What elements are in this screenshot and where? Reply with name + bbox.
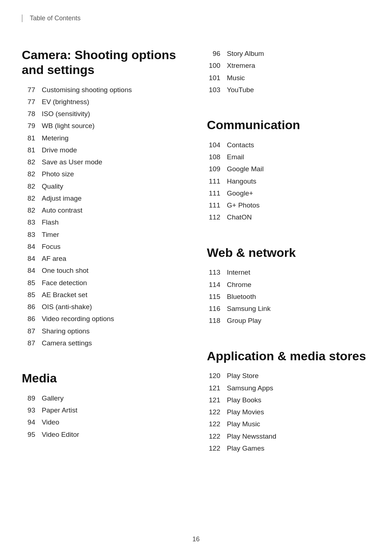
toc-text: WB (light source)	[42, 120, 95, 132]
toc-num: 108	[207, 151, 227, 163]
toc-num: 93	[22, 404, 42, 416]
toc-num: 115	[207, 291, 227, 303]
toc-text: Timer	[42, 229, 59, 241]
toc-text: AF area	[42, 253, 66, 264]
toc-text: Photo size	[42, 168, 74, 180]
toc-text: ChatON	[227, 211, 252, 223]
toc-item: 83Timer	[22, 229, 185, 241]
toc-item: 82Quality	[22, 180, 185, 192]
toc-item: 116Samsung Link	[207, 303, 370, 315]
toc-text: Music	[227, 72, 245, 84]
toc-text: EV (brightness)	[42, 96, 89, 108]
toc-item: 77Customising shooting options	[22, 84, 185, 96]
toc-text: Internet	[227, 266, 250, 278]
toc-num: 111	[207, 199, 227, 211]
toc-text: Play Movies	[227, 406, 264, 418]
toc-item: 82Save as User mode	[22, 156, 185, 168]
section-camera-shooting: Camera: Shooting options and settings 77…	[22, 37, 185, 360]
toc-text: ISO (sensitivity)	[42, 108, 90, 120]
section-title-camera-shooting: Camera: Shooting options and settings	[22, 48, 185, 77]
toc-num: 114	[207, 279, 227, 291]
toc-item: 101Music	[207, 72, 370, 84]
toc-text: Play Store	[227, 370, 259, 382]
toc-item: 115Bluetooth	[207, 291, 370, 303]
toc-item: 78ISO (sensitivity)	[22, 108, 185, 120]
toc-text: Gallery	[42, 392, 64, 404]
toc-num: 112	[207, 211, 227, 223]
toc-text: G+ Photos	[227, 199, 260, 211]
toc-text: Google Mail	[227, 163, 264, 175]
toc-list-communication: 104Contacts108Email109Google Mail111Hang…	[207, 139, 370, 223]
toc-text: Video Editor	[42, 428, 79, 440]
toc-num: 121	[207, 394, 227, 406]
toc-num: 84	[22, 253, 42, 264]
toc-text: AE Bracket set	[42, 289, 87, 301]
top-label-text: Table of Contents	[30, 15, 81, 22]
section-web-network: Web & network 113Internet114Chrome115Blu…	[207, 234, 370, 338]
toc-item: 79WB (light source)	[22, 120, 185, 132]
toc-text: Sharing options	[42, 325, 90, 337]
toc-text: Xtremera	[227, 59, 255, 71]
toc-item: 100Xtremera	[207, 59, 370, 71]
toc-num: 81	[22, 144, 42, 156]
section-media: Media 89Gallery93Paper Artist94Video95Vi…	[22, 360, 185, 451]
toc-item: 95Video Editor	[22, 428, 185, 440]
toc-text: OIS (anti-shake)	[42, 301, 92, 313]
toc-num: 111	[207, 187, 227, 199]
toc-text: Google+	[227, 187, 253, 199]
toc-num: 89	[22, 392, 42, 404]
toc-item: 82Auto contrast	[22, 204, 185, 216]
toc-num: 86	[22, 301, 42, 313]
toc-text: Save as User mode	[42, 156, 102, 168]
toc-text: Chrome	[227, 279, 252, 291]
toc-text: Video recording options	[42, 313, 114, 325]
toc-item: 112ChatON	[207, 211, 370, 223]
toc-list-media: 89Gallery93Paper Artist94Video95Video Ed…	[22, 392, 185, 440]
toc-num: 122	[207, 430, 227, 442]
toc-num: 77	[22, 84, 42, 96]
top-label: Table of Contents	[22, 15, 370, 22]
toc-num: 85	[22, 289, 42, 301]
left-column: Camera: Shooting options and settings 77…	[22, 37, 185, 465]
toc-text: Adjust image	[42, 192, 82, 204]
toc-text: Metering	[42, 132, 69, 144]
toc-num: 86	[22, 313, 42, 325]
toc-text: Play Books	[227, 394, 261, 406]
toc-text: Story Album	[227, 48, 264, 59]
toc-num: 94	[22, 416, 42, 428]
toc-item: 86Video recording options	[22, 313, 185, 325]
toc-item: 121Samsung Apps	[207, 382, 370, 394]
toc-text: Samsung Link	[227, 303, 270, 315]
toc-text: Flash	[42, 216, 58, 228]
toc-text: Customising shooting options	[42, 84, 132, 96]
toc-text: Play Games	[227, 442, 264, 454]
toc-num: 118	[207, 315, 227, 327]
toc-num: 81	[22, 132, 42, 144]
toc-num: 101	[207, 72, 227, 84]
toc-num: 122	[207, 406, 227, 418]
toc-item: 111G+ Photos	[207, 199, 370, 211]
toc-num: 78	[22, 108, 42, 120]
toc-text: YouTube	[227, 84, 254, 96]
toc-item: 93Paper Artist	[22, 404, 185, 416]
toc-num: 84	[22, 241, 42, 253]
toc-item: 82Adjust image	[22, 192, 185, 204]
toc-num: 113	[207, 266, 227, 278]
toc-num: 104	[207, 139, 227, 151]
toc-text: Bluetooth	[227, 291, 256, 303]
toc-num: 87	[22, 337, 42, 349]
toc-text: Focus	[42, 241, 61, 253]
toc-item: 87Sharing options	[22, 325, 185, 337]
section-title-app-media-stores: Application & media stores	[207, 349, 370, 364]
right-column: 96Story Album100Xtremera101Music103YouTu…	[207, 37, 370, 465]
toc-item: 111Google+	[207, 187, 370, 199]
toc-item: 122Play Newsstand	[207, 430, 370, 442]
toc-item: 85Face detection	[22, 277, 185, 289]
toc-num: 122	[207, 418, 227, 430]
toc-text: Paper Artist	[42, 404, 77, 416]
toc-item: 77EV (brightness)	[22, 96, 185, 108]
toc-item: 85AE Bracket set	[22, 289, 185, 301]
toc-text: Play Music	[227, 418, 260, 430]
toc-num: 82	[22, 156, 42, 168]
toc-text: Auto contrast	[42, 204, 82, 216]
